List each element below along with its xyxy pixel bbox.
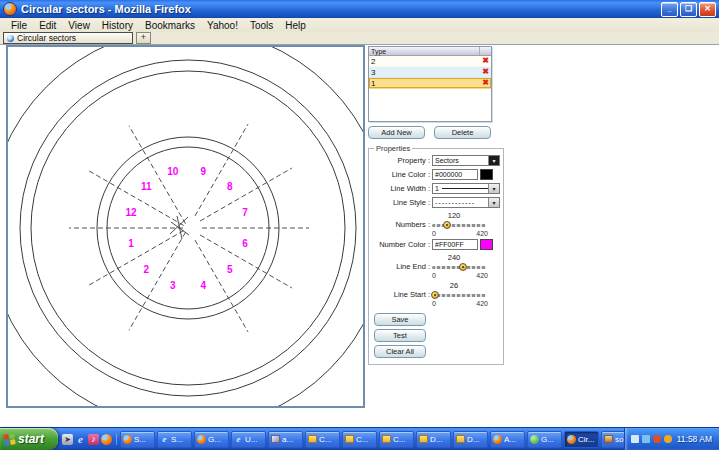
svg-text:11: 11 bbox=[141, 181, 152, 192]
start-button[interactable]: start bbox=[0, 428, 58, 450]
save-button[interactable]: Save bbox=[374, 313, 426, 326]
media-icon[interactable]: ♪ bbox=[88, 434, 99, 445]
update-icon[interactable] bbox=[664, 435, 672, 443]
svg-text:12: 12 bbox=[125, 207, 137, 218]
taskbar-button-14[interactable]: so... bbox=[601, 431, 624, 448]
ie-icon: e bbox=[160, 435, 169, 443]
folder-icon bbox=[419, 435, 428, 443]
number-color-label: Number Color : bbox=[372, 240, 430, 249]
line-color-input[interactable]: #000000 bbox=[432, 169, 478, 180]
number-color-swatch[interactable] bbox=[480, 239, 493, 250]
chevron-down-icon[interactable]: ▾ bbox=[488, 184, 499, 193]
quick-launch: ➤e♪ bbox=[58, 434, 117, 445]
menu-item-view[interactable]: View bbox=[62, 20, 96, 31]
svg-text:7: 7 bbox=[242, 207, 248, 218]
numbers-min: 0 bbox=[432, 230, 436, 237]
taskbar-button-13[interactable]: Cir... bbox=[564, 431, 599, 448]
taskbar-button-1[interactable]: S... bbox=[120, 431, 155, 448]
test-button[interactable]: Test bbox=[374, 329, 426, 342]
type-table: Type 2✖3✖1✖ bbox=[368, 46, 492, 122]
menu-item-yahoo[interactable]: Yahoo! bbox=[201, 20, 244, 31]
firefox-icon[interactable] bbox=[101, 434, 112, 445]
taskbar-button-7[interactable]: C... bbox=[342, 431, 377, 448]
new-tab-button[interactable]: + bbox=[136, 32, 151, 44]
menu-item-history[interactable]: History bbox=[96, 20, 139, 31]
pointer-icon[interactable]: ➤ bbox=[62, 434, 73, 445]
taskbar-button-9[interactable]: D... bbox=[416, 431, 451, 448]
numbers-label: Numbers : bbox=[372, 220, 430, 229]
line-end-min: 0 bbox=[432, 272, 436, 279]
line-width-select[interactable]: 1 ▾ bbox=[432, 183, 500, 194]
taskbar-button-2[interactable]: eS... bbox=[157, 431, 192, 448]
firefox-icon bbox=[123, 435, 132, 444]
sector-figure: 123456789101112 bbox=[8, 47, 363, 406]
line-end-slider-thumb[interactable] bbox=[459, 263, 467, 271]
properties-legend: Properties bbox=[374, 144, 412, 153]
table-row[interactable]: 3✖ bbox=[369, 67, 491, 78]
table-row[interactable]: 1✖ bbox=[369, 78, 491, 89]
close-button[interactable]: ✕ bbox=[699, 2, 716, 17]
taskbar-button-label: G... bbox=[208, 435, 221, 444]
menu-item-help[interactable]: Help bbox=[279, 20, 312, 31]
number-color-input[interactable]: #FF00FF bbox=[432, 239, 478, 250]
folder-icon bbox=[456, 435, 465, 443]
property-label: Property : bbox=[372, 156, 430, 165]
numbers-slider-thumb[interactable] bbox=[443, 221, 451, 229]
taskbar-button-8[interactable]: C... bbox=[379, 431, 414, 448]
taskbar-button-5[interactable]: a... bbox=[268, 431, 303, 448]
clock: 11:58 AM bbox=[677, 434, 712, 444]
folder-icon bbox=[382, 435, 391, 443]
firefox-icon bbox=[493, 435, 502, 444]
taskbar-button-10[interactable]: D... bbox=[453, 431, 488, 448]
misc-icon bbox=[604, 435, 613, 443]
property-select[interactable]: Sectors ▾ bbox=[432, 155, 500, 166]
maximize-button[interactable]: ❏ bbox=[680, 2, 697, 17]
menu-item-file[interactable]: File bbox=[5, 20, 33, 31]
tab-circular-sectors[interactable]: Circular sectors bbox=[3, 32, 133, 44]
svg-text:6: 6 bbox=[242, 238, 248, 249]
taskbar-button-6[interactable]: C... bbox=[305, 431, 340, 448]
menu-item-bookmarks[interactable]: Bookmarks bbox=[139, 20, 201, 31]
line-style-select[interactable]: ------------ ▾ bbox=[432, 197, 500, 208]
volume-icon[interactable] bbox=[631, 435, 639, 443]
line-start-value: 26 bbox=[432, 281, 476, 290]
taskbar-button-3[interactable]: G... bbox=[194, 431, 229, 448]
alert-icon[interactable] bbox=[653, 435, 661, 443]
taskbar-button-11[interactable]: A... bbox=[490, 431, 525, 448]
add-new-button[interactable]: Add New bbox=[368, 126, 425, 139]
drawing-canvas[interactable]: 123456789101112 bbox=[6, 45, 365, 408]
delete-row-icon[interactable]: ✖ bbox=[482, 56, 489, 66]
taskbar-button-label: Cir... bbox=[578, 435, 594, 444]
title-bar: Circular sectors - Mozilla Firefox _ ❏ ✕ bbox=[0, 0, 719, 18]
tray-icons bbox=[631, 435, 672, 443]
line-start-slider-thumb[interactable] bbox=[431, 291, 439, 299]
minimize-button[interactable]: _ bbox=[661, 2, 678, 17]
taskbar: start ➤e♪ S...eS...G...eU...a...C...C...… bbox=[0, 427, 719, 450]
delete-row-icon[interactable]: ✖ bbox=[482, 78, 489, 88]
type-table-header: Type bbox=[369, 47, 491, 56]
taskbar-button-label: S... bbox=[134, 435, 146, 444]
menu-item-edit[interactable]: Edit bbox=[33, 20, 62, 31]
ie-icon[interactable]: e bbox=[75, 434, 86, 445]
line-color-swatch[interactable] bbox=[480, 169, 493, 180]
line-style-label: Line Style : bbox=[372, 198, 430, 207]
taskbar-button-label: D... bbox=[430, 435, 442, 444]
taskbar-button-label: A... bbox=[504, 435, 516, 444]
clear-all-button[interactable]: Clear All bbox=[374, 345, 426, 358]
line-end-value: 240 bbox=[432, 253, 476, 262]
taskbar-button-12[interactable]: G... bbox=[527, 431, 562, 448]
table-row[interactable]: 2✖ bbox=[369, 56, 491, 67]
menu-item-tools[interactable]: Tools bbox=[244, 20, 279, 31]
delete-row-icon[interactable]: ✖ bbox=[482, 67, 489, 77]
firefox-app-icon bbox=[3, 2, 17, 16]
tab-bar: Circular sectors + bbox=[0, 32, 719, 45]
line-end-slider[interactable] bbox=[432, 266, 486, 269]
chevron-down-icon[interactable]: ▾ bbox=[488, 156, 499, 165]
chevron-down-icon[interactable]: ▾ bbox=[488, 198, 499, 207]
row-value: 3 bbox=[371, 68, 375, 77]
delete-button[interactable]: Delete bbox=[434, 126, 491, 139]
line-start-slider[interactable] bbox=[432, 294, 486, 297]
numbers-slider[interactable] bbox=[432, 224, 486, 227]
network-icon[interactable] bbox=[642, 435, 650, 443]
taskbar-button-4[interactable]: eU... bbox=[231, 431, 266, 448]
